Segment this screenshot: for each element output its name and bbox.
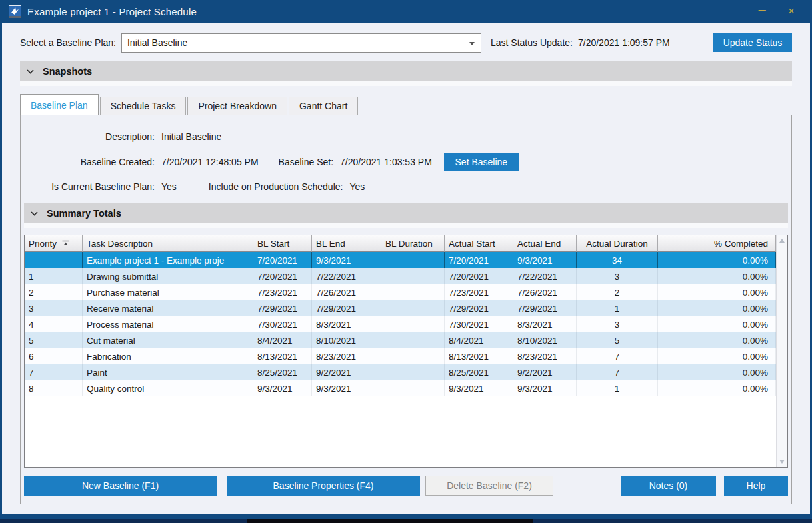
table-cell: Paint xyxy=(83,364,253,380)
footer-button-row: New Baseline (F1) Baseline Properties (F… xyxy=(24,476,788,496)
table-cell: Example project 1 - Example proje xyxy=(83,252,253,268)
table-row[interactable]: 1Drawing submittal7/20/20217/22/20217/20… xyxy=(25,268,776,284)
table-cell: 0.00% xyxy=(658,316,776,332)
include-production-value: Yes xyxy=(349,181,365,192)
table-cell: 9/3/2021 xyxy=(312,380,381,396)
table-cell: 3 xyxy=(577,268,658,284)
table-cell xyxy=(381,284,445,300)
include-production-label: Include on Production Schedule: xyxy=(209,181,343,192)
table-cell: 7 xyxy=(577,364,658,380)
column-header-bl-duration[interactable]: BL Duration xyxy=(381,235,445,252)
table-cell: 8/23/2021 xyxy=(513,348,577,364)
column-header-priority[interactable]: Priority xyxy=(25,235,83,252)
table-row[interactable]: 3Receive material7/29/20217/29/20217/29/… xyxy=(25,300,776,316)
table-cell: 7/22/2021 xyxy=(312,268,381,284)
delete-baseline-button[interactable]: Delete Baseline (F2) xyxy=(425,476,553,496)
last-status-update-value: 7/20/2021 1:09:57 PM xyxy=(578,37,670,48)
scroll-up-icon[interactable] xyxy=(779,239,785,243)
description-label: Description: xyxy=(24,131,155,142)
chevron-down-icon xyxy=(26,69,35,75)
table-cell: 7/23/2021 xyxy=(445,284,513,300)
baseline-plan-label: Select a Baseline Plan: xyxy=(20,37,116,48)
table-cell: Drawing submittal xyxy=(83,268,253,284)
tab-schedule-tasks[interactable]: Schedule Tasks xyxy=(100,97,187,115)
column-header-task-description[interactable]: Task Description xyxy=(83,235,253,252)
dropdown-arrow-icon xyxy=(469,42,475,45)
column-header-label: BL End xyxy=(316,239,345,249)
table-row[interactable]: 7Paint8/25/20219/2/20218/25/20219/2/2021… xyxy=(25,364,776,380)
table-cell: Purchase material xyxy=(83,284,253,300)
baseline-plan-select[interactable]: Initial Baseline xyxy=(121,33,481,53)
table-row[interactable]: 6Fabrication8/13/20218/23/20218/13/20218… xyxy=(25,348,776,364)
table-cell: 7/20/2021 xyxy=(445,252,513,268)
column-header-bl-start[interactable]: BL Start xyxy=(253,235,312,252)
tab-project-breakdown[interactable]: Project Breakdown xyxy=(187,97,287,115)
column-header-label: % Completed xyxy=(714,239,768,249)
table-cell: 8 xyxy=(25,380,83,396)
table-cell: 7/20/2021 xyxy=(445,268,513,284)
table-cell: 5 xyxy=(25,332,83,348)
table-cell: 9/3/2021 xyxy=(445,380,513,396)
column-header-actual-end[interactable]: Actual End xyxy=(513,235,577,252)
table-cell: 7/26/2021 xyxy=(312,284,381,300)
table-cell: 7/20/2021 xyxy=(253,268,312,284)
column-header-actual-duration[interactable]: Actual Duration xyxy=(577,235,658,252)
baseline-plan-selected-value: Initial Baseline xyxy=(127,37,187,48)
table-cell: 9/2/2021 xyxy=(513,364,577,380)
table-row[interactable]: 5Cut material8/4/20218/10/20218/4/20218/… xyxy=(25,332,776,348)
table-cell: 9/3/2021 xyxy=(513,252,577,268)
table-cell xyxy=(381,316,445,332)
tab-label: Gantt Chart xyxy=(299,101,347,111)
table-cell: 6 xyxy=(25,348,83,364)
is-current-baseline-label: Is Current Baseline Plan: xyxy=(24,181,155,192)
app-logo-icon xyxy=(11,7,19,15)
snapshots-section-header[interactable]: Snapshots xyxy=(20,61,792,81)
table-cell: 1 xyxy=(577,380,658,396)
minimize-button[interactable]: – xyxy=(747,1,777,21)
baseline-created-value: 7/20/2021 12:48:05 PM xyxy=(161,157,259,167)
table-cell: 8/3/2021 xyxy=(513,316,577,332)
close-button[interactable]: × xyxy=(777,1,806,21)
update-status-button[interactable]: Update Status xyxy=(713,33,792,52)
baseline-properties-button[interactable]: Baseline Properties (F4) xyxy=(227,476,420,496)
new-baseline-button[interactable]: New Baseline (F1) xyxy=(24,476,217,496)
table-row[interactable]: Example project 1 - Example proje7/20/20… xyxy=(25,252,776,268)
set-baseline-button[interactable]: Set Baseline xyxy=(444,153,519,171)
tab-baseline-plan[interactable]: Baseline Plan xyxy=(20,94,99,115)
tab-label: Baseline Plan xyxy=(31,100,88,111)
table-row[interactable]: 8Quality control9/3/20219/3/20219/3/2021… xyxy=(25,380,776,396)
table-cell: 34 xyxy=(577,252,658,268)
scroll-down-icon[interactable] xyxy=(779,460,785,464)
column-header-label: Actual End xyxy=(517,239,561,249)
table-body: Example project 1 - Example proje7/20/20… xyxy=(25,252,776,396)
table-cell xyxy=(381,348,445,364)
column-header-bl-end[interactable]: BL End xyxy=(312,235,381,252)
notes-button[interactable]: Notes (0) xyxy=(621,476,716,496)
table-cell: 0.00% xyxy=(658,300,776,316)
column-header-percent-completed[interactable]: % Completed xyxy=(658,235,776,252)
column-header-label: Actual Start xyxy=(449,239,495,249)
window-title: Example project 1 - Project Schedule xyxy=(27,6,747,17)
column-header-actual-start[interactable]: Actual Start xyxy=(445,235,513,252)
project-schedule-window: Example project 1 - Project Schedule – ×… xyxy=(0,0,812,519)
table-scrollbar[interactable] xyxy=(776,235,787,467)
table-cell: 3 xyxy=(577,316,658,332)
table-cell: 8/13/2021 xyxy=(253,348,312,364)
table-cell: 8/10/2021 xyxy=(513,332,577,348)
table-cell: 7/26/2021 xyxy=(513,284,577,300)
table-cell: 7 xyxy=(577,348,658,364)
help-button[interactable]: Help xyxy=(724,476,788,496)
summary-totals-section-header[interactable]: Summary Totals xyxy=(24,203,788,223)
table-cell: 4 xyxy=(25,316,83,332)
table-row[interactable]: 4Process material7/30/20218/3/20217/30/2… xyxy=(25,316,776,332)
table-cell: 8/3/2021 xyxy=(312,316,381,332)
table-cell: 0.00% xyxy=(658,268,776,284)
last-status-update-label: Last Status Update: xyxy=(491,37,573,48)
table-cell: 8/4/2021 xyxy=(253,332,312,348)
table-cell: 2 xyxy=(25,284,83,300)
table-rows-area: Priority Task Description BL Start BL En… xyxy=(25,235,776,467)
tab-gantt-chart[interactable]: Gantt Chart xyxy=(289,97,358,115)
table-row[interactable]: 2Purchase material7/23/20217/26/20217/23… xyxy=(25,284,776,300)
baseline-created-label: Baseline Created: xyxy=(24,157,155,167)
window-content: Select a Baseline Plan: Initial Baseline… xyxy=(2,23,810,514)
